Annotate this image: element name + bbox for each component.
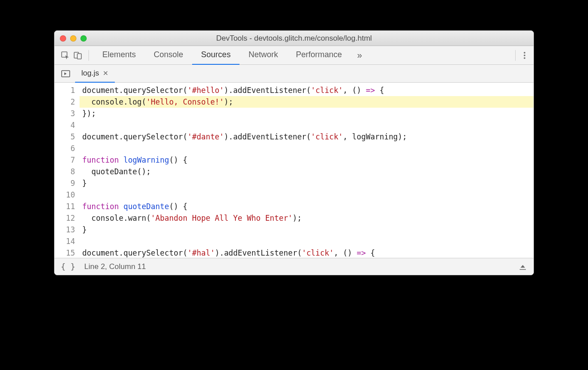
window-controls [60, 35, 87, 42]
svg-point-4 [524, 55, 525, 56]
device-toolbar-icon[interactable] [71, 49, 84, 62]
line-number[interactable]: 5 [55, 131, 75, 143]
window-title: DevTools - devtools.glitch.me/console/lo… [55, 34, 533, 43]
code-line[interactable]: document.querySelector('#hal').addEventL… [80, 247, 533, 258]
line-number[interactable]: 8 [55, 166, 75, 177]
pretty-print-icon[interactable]: { } [61, 262, 76, 271]
inspect-element-icon[interactable] [59, 49, 71, 62]
show-drawer-icon[interactable] [518, 263, 527, 271]
line-number[interactable]: 15 [55, 247, 75, 258]
svg-point-3 [524, 52, 525, 54]
close-window-button[interactable] [60, 35, 66, 42]
code-line[interactable]: } [80, 177, 533, 189]
line-number[interactable]: 4 [55, 119, 75, 131]
tab-console[interactable]: Console [145, 46, 192, 65]
toolbar-separator [515, 50, 516, 61]
close-file-tab-icon[interactable]: ✕ [103, 69, 109, 77]
code-editor[interactable]: 123456789101112131415 document.querySele… [55, 83, 533, 258]
line-number[interactable]: 6 [55, 143, 75, 154]
code-area[interactable]: document.querySelector('#hello').addEven… [80, 83, 533, 258]
code-line[interactable]: } [80, 224, 533, 235]
devtools-window: DevTools - devtools.glitch.me/console/lo… [54, 30, 534, 275]
line-number[interactable]: 12 [55, 212, 75, 224]
show-navigator-icon[interactable] [59, 67, 72, 80]
line-number[interactable]: 2 [55, 96, 75, 108]
status-bar: { } Line 2, Column 11 [55, 258, 533, 275]
line-number[interactable]: 7 [55, 154, 75, 166]
zoom-window-button[interactable] [80, 35, 87, 42]
code-line[interactable]: document.querySelector('#dante').addEven… [80, 131, 533, 143]
code-line[interactable]: }); [80, 108, 533, 119]
code-line[interactable] [80, 119, 533, 131]
code-line[interactable] [80, 235, 533, 247]
code-line[interactable]: console.warn('Abandon Hope All Ye Who En… [80, 212, 533, 224]
line-number[interactable]: 10 [55, 189, 75, 201]
tab-sources[interactable]: Sources [192, 46, 239, 65]
window-titlebar[interactable]: DevTools - devtools.glitch.me/console/lo… [55, 31, 533, 46]
code-line[interactable]: console.log('Hello, Console!'); [80, 96, 533, 108]
file-tab-log-js[interactable]: log.js ✕ [75, 65, 115, 83]
sources-tabbar: log.js ✕ [55, 65, 533, 83]
line-number[interactable]: 3 [55, 108, 75, 119]
panel-tabs: ElementsConsoleSourcesNetworkPerformance [93, 46, 351, 65]
minimize-window-button[interactable] [70, 35, 76, 42]
more-panels-button[interactable]: » [351, 50, 368, 60]
file-tab-label: log.js [81, 69, 99, 78]
tab-network[interactable]: Network [239, 46, 287, 65]
line-number[interactable]: 1 [55, 84, 75, 96]
toolbar-separator [88, 50, 89, 61]
cursor-position: Line 2, Column 11 [84, 262, 146, 271]
code-line[interactable]: document.querySelector('#hello').addEven… [80, 84, 533, 96]
code-line[interactable]: function logWarning() { [80, 154, 533, 166]
code-line[interactable]: function quoteDante() { [80, 201, 533, 212]
line-number[interactable]: 9 [55, 177, 75, 189]
line-number[interactable]: 11 [55, 201, 75, 212]
svg-point-5 [524, 57, 525, 59]
tab-elements[interactable]: Elements [93, 46, 145, 65]
code-line[interactable] [80, 189, 533, 201]
line-number[interactable]: 14 [55, 235, 75, 247]
tab-performance[interactable]: Performance [287, 46, 351, 65]
line-number-gutter[interactable]: 123456789101112131415 [55, 83, 80, 258]
line-number[interactable]: 13 [55, 224, 75, 235]
code-line[interactable] [80, 143, 533, 154]
main-toolbar: ElementsConsoleSourcesNetworkPerformance… [55, 46, 533, 65]
code-line[interactable]: quoteDante(); [80, 166, 533, 177]
settings-menu-button[interactable] [504, 50, 529, 61]
svg-rect-2 [77, 54, 81, 59]
